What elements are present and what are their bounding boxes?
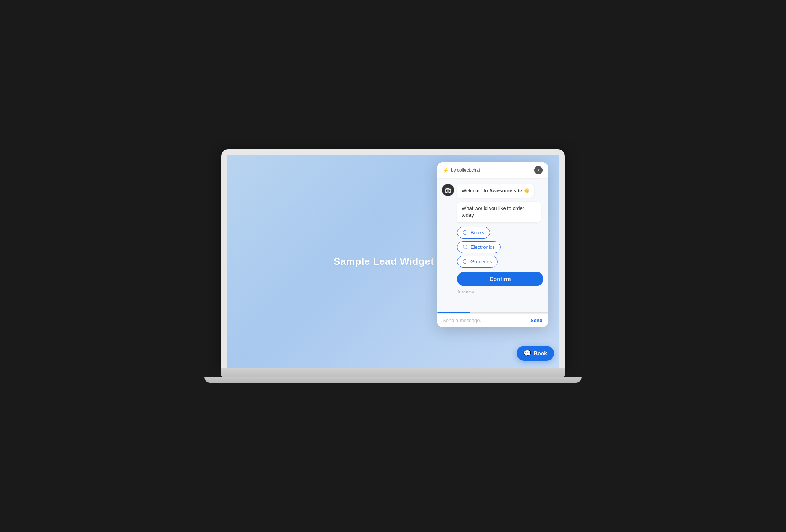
send-button[interactable]: Send [530,318,543,323]
question-bubble: What would you like to order today [457,202,541,222]
close-button[interactable]: × [534,166,543,174]
laptop-screen: Sample Lead Widget 👉 ⚡ by collect.chat × [227,155,559,368]
choice-books[interactable]: Books [457,227,490,239]
choices-area: What would you like to order today Books… [457,202,543,294]
confirm-button[interactable]: Confirm [457,272,543,286]
bot-avatar: 🐼 [442,184,454,196]
laptop-mockup: Sample Lead Widget 👉 ⚡ by collect.chat × [221,149,565,383]
laptop-screen-outer: Sample Lead Widget 👉 ⚡ by collect.chat × [221,149,565,368]
choice-groceries[interactable]: Groceries [457,256,498,268]
choice-label-electronics: Electronics [470,244,495,250]
book-icon: 💬 [523,350,531,357]
laptop-foot [204,377,582,383]
chat-messages: 🐼 Welcome to Awesome site 👋 What would y… [437,179,548,312]
choice-electronics[interactable]: Electronics [457,241,501,253]
choice-label-books: Books [470,230,484,235]
chat-widget: ⚡ by collect.chat × 🐼 Welcome to Awesome… [437,162,548,327]
choice-dot-groceries [463,259,467,264]
chat-footer: Send a message... Send [437,313,548,327]
book-button[interactable]: 💬 Book [517,346,554,361]
page-headline: Sample Lead Widget 👉 [333,256,452,268]
message-input-placeholder[interactable]: Send a message... [443,318,484,323]
timestamp: Just now [457,290,543,294]
site-name: Awesome site [489,188,522,193]
welcome-emoji: 👋 [522,188,530,193]
choice-label-groceries: Groceries [470,259,492,264]
chat-header-left: ⚡ by collect.chat [443,168,480,173]
progress-bar [437,312,548,313]
welcome-bubble: Welcome to Awesome site 👋 [457,184,534,198]
chat-header: ⚡ by collect.chat × [437,162,548,179]
laptop-base [221,368,565,377]
brand-text: by collect.chat [451,168,480,173]
headline-text: Sample Lead Widget [333,256,434,267]
avatar-emoji: 🐼 [444,187,452,194]
progress-fill [437,312,470,313]
book-label: Book [534,350,547,356]
welcome-message-row: 🐼 Welcome to Awesome site 👋 [442,184,543,198]
choice-dot-electronics [463,245,467,249]
choice-dot-books [463,230,467,235]
welcome-text-before: Welcome to [462,188,489,193]
lightning-icon: ⚡ [443,168,449,173]
